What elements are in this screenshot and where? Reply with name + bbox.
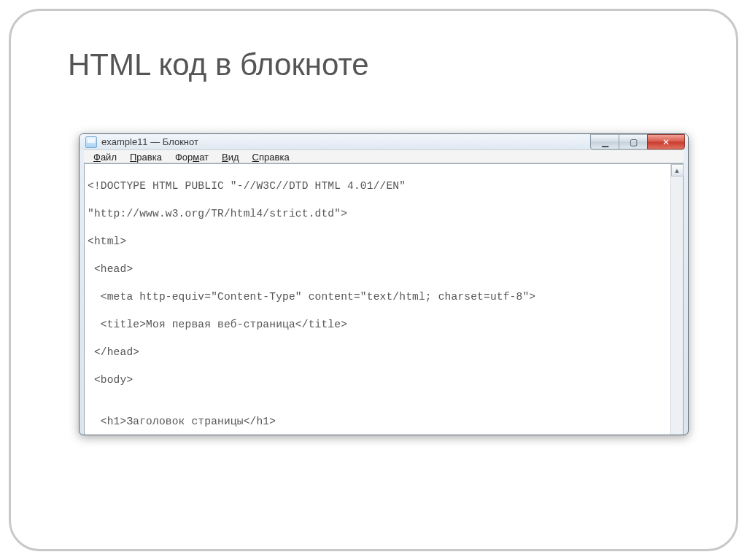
client-area: <!DOCTYPE HTML PUBLIC "-//W3C//DTD HTML …	[84, 163, 684, 435]
notepad-app-icon	[85, 136, 97, 148]
code-line: <html>	[88, 235, 680, 249]
close-button[interactable]: ✕	[647, 134, 685, 149]
slide-frame: HTML код в блокноте example11 — Блокнот …	[9, 9, 738, 551]
window-title: example11 — Блокнот	[101, 136, 198, 147]
menubar: Файл Правка Формат Вид Справка	[84, 149, 684, 163]
slide-title: HTML код в блокноте	[68, 47, 369, 82]
text-area[interactable]: <!DOCTYPE HTML PUBLIC "-//W3C//DTD HTML …	[85, 164, 683, 435]
minimize-button[interactable]: ▁	[590, 134, 619, 149]
code-line: <head>	[88, 262, 680, 276]
code-line: "http://www.w3.org/TR/html4/strict.dtd">	[88, 207, 680, 221]
window-control-buttons: ▁ ▢ ✕	[591, 134, 685, 149]
menu-file[interactable]: Файл	[87, 150, 123, 163]
code-line: <body>	[88, 373, 680, 387]
vertical-scrollbar[interactable]: ▲ ▼	[670, 164, 683, 435]
minimize-icon: ▁	[602, 137, 608, 147]
close-icon: ✕	[662, 137, 670, 147]
code-line: <title>Моя первая веб-страница</title>	[88, 318, 680, 332]
notepad-window: example11 — Блокнот ▁ ▢ ✕ Файл Правка Фо…	[79, 133, 689, 435]
code-line: </head>	[88, 346, 680, 359]
menu-edit[interactable]: Правка	[123, 150, 169, 163]
vertical-scroll-track[interactable]	[671, 176, 683, 435]
titlebar[interactable]: example11 — Блокнот ▁ ▢ ✕	[80, 134, 688, 149]
menu-help[interactable]: Справка	[246, 150, 296, 163]
menu-format[interactable]: Формат	[169, 150, 215, 163]
code-line: <!DOCTYPE HTML PUBLIC "-//W3C//DTD HTML …	[88, 179, 680, 193]
scroll-up-button[interactable]: ▲	[671, 164, 684, 176]
code-line: <h1>Заголовок страницы</h1>	[88, 415, 680, 429]
chevron-up-icon: ▲	[674, 167, 681, 174]
maximize-icon: ▢	[630, 137, 638, 147]
maximize-button[interactable]: ▢	[619, 134, 648, 149]
menu-view[interactable]: Вид	[215, 150, 246, 163]
code-line: <meta http-equiv="Content-Type" content=…	[88, 290, 680, 304]
